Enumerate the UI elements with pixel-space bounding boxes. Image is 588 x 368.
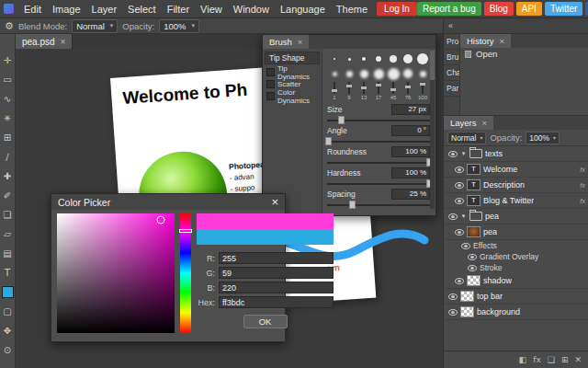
layer-row-top-bar[interactable]: top bar: [444, 289, 588, 305]
brush-tip-preset[interactable]: [415, 66, 430, 81]
brush-tip-preset[interactable]: [371, 66, 386, 81]
brush-tip-preset[interactable]: [401, 66, 415, 81]
color-field-input-r[interactable]: [219, 252, 334, 264]
brush-size-slider[interactable]: 9: [342, 82, 356, 100]
panel-tab-par[interactable]: Par: [444, 81, 459, 97]
visibility-eye-icon[interactable]: [448, 151, 458, 157]
panel-tab-cha[interactable]: Cha: [444, 65, 459, 81]
history-panel-tab[interactable]: History ×: [460, 34, 511, 48]
saturation-brightness-field[interactable]: [57, 213, 175, 333]
crop-tool[interactable]: ⊞: [0, 128, 16, 147]
brush-tip-preset[interactable]: [356, 66, 371, 81]
slider-value[interactable]: 27 px: [391, 104, 430, 115]
slider-track[interactable]: [327, 204, 430, 206]
menu-item-filter[interactable]: Filter: [162, 0, 195, 18]
login-button[interactable]: Log In: [377, 2, 417, 16]
slider-handle[interactable]: [325, 137, 332, 145]
menu-item-layer[interactable]: Layer: [86, 0, 123, 18]
type-tool[interactable]: T: [0, 263, 16, 282]
scrollbar-thumb[interactable]: [430, 51, 435, 80]
magic-wand-tool[interactable]: ✳: [0, 109, 16, 128]
hue-slider[interactable]: [180, 213, 191, 333]
brush-panel-tab[interactable]: Brush ×: [263, 35, 309, 49]
brush-tip-preset[interactable]: [327, 66, 342, 81]
brush-tip-preset[interactable]: [386, 66, 401, 81]
brush-size-slider[interactable]: 100: [415, 82, 430, 100]
brush-option-color-dynamics[interactable]: Color Dynamics: [263, 90, 322, 102]
visibility-eye-icon[interactable]: [455, 278, 464, 284]
color-field-input-hex[interactable]: [219, 296, 334, 308]
menu-item-theme[interactable]: Theme: [331, 0, 373, 18]
layer-row-stroke[interactable]: Stroke: [444, 262, 588, 273]
add-effect-icon[interactable]: fx: [533, 355, 541, 364]
slider-track[interactable]: [327, 162, 430, 164]
layer-row-blog-twitter[interactable]: TBlog & Twitterfx: [444, 193, 588, 209]
gear-icon[interactable]: ⚙: [5, 20, 14, 32]
brush-tip-preset[interactable]: [386, 52, 401, 66]
menu-item-image[interactable]: Image: [47, 0, 86, 18]
slider-handle[interactable]: [420, 83, 425, 86]
layer-row-description[interactable]: TDescriptionfx: [444, 178, 588, 193]
slider-value[interactable]: 25 %: [391, 189, 430, 200]
layer-row-welcome[interactable]: TWelcomefx: [444, 162, 588, 178]
slider-handle[interactable]: [349, 201, 356, 209]
clone-stamp-tool[interactable]: ❏: [0, 205, 16, 224]
visibility-eye-icon[interactable]: [455, 167, 464, 173]
shape-tool[interactable]: ▢: [0, 302, 16, 321]
collapse-panels-icon[interactable]: [448, 21, 453, 30]
eraser-tool[interactable]: ▱: [0, 224, 16, 244]
brush-size-slider[interactable]: 1: [327, 82, 342, 100]
slider-value[interactable]: 100 %: [391, 146, 430, 157]
slider-handle[interactable]: [376, 84, 381, 86]
new-layer-icon[interactable]: ⊞: [561, 355, 569, 364]
slider-handle[interactable]: [405, 86, 411, 88]
app-logo-icon[interactable]: [4, 4, 14, 14]
layer-opacity-select[interactable]: 100%: [526, 132, 560, 144]
document-tab[interactable]: pea.psd ×: [16, 34, 73, 49]
tip-shape-button[interactable]: Tip Shape: [265, 52, 320, 64]
layer-row-texts[interactable]: ▾texts: [444, 146, 588, 162]
brush-size-slider[interactable]: 45: [386, 82, 401, 100]
visibility-eye-icon[interactable]: [455, 198, 464, 204]
layer-row-effects[interactable]: Effects: [444, 240, 588, 251]
panel-tab-pro[interactable]: Pro: [444, 34, 459, 50]
lasso-tool[interactable]: ∿: [0, 89, 16, 109]
expand-caret-icon[interactable]: ▾: [460, 213, 467, 220]
layer-row-background[interactable]: background: [444, 305, 588, 320]
brush-size-slider[interactable]: 76: [401, 82, 415, 100]
layers-panel-tab[interactable]: Layers ×: [444, 116, 493, 130]
link-api[interactable]: API: [516, 2, 542, 16]
hand-tool[interactable]: ✥: [0, 321, 16, 340]
brush-size-slider[interactable]: 13: [356, 82, 371, 100]
layer-row-pea[interactable]: pea: [444, 224, 588, 240]
layer-row-pea[interactable]: ▾pea: [444, 209, 588, 224]
close-panel-icon[interactable]: ×: [500, 36, 505, 46]
new-color-swatch[interactable]: [197, 213, 334, 229]
move-tool[interactable]: ✛: [0, 51, 16, 70]
slider-track[interactable]: [327, 183, 430, 185]
menu-item-view[interactable]: View: [195, 0, 228, 18]
layer-row-shadow[interactable]: shadow: [444, 273, 588, 289]
ok-button[interactable]: OK: [243, 315, 288, 328]
slider-handle[interactable]: [361, 86, 367, 89]
slider-value[interactable]: 100 %: [391, 167, 430, 178]
slider-handle[interactable]: [338, 116, 345, 124]
close-panel-icon[interactable]: ×: [298, 37, 303, 47]
brush-tip-preset[interactable]: [356, 52, 371, 66]
healing-brush-tool[interactable]: ✚: [0, 167, 16, 186]
gradient-tool[interactable]: ▤: [0, 244, 16, 263]
brush-tip-preset[interactable]: [401, 52, 415, 66]
menu-item-language[interactable]: Language: [275, 0, 331, 18]
slider-handle[interactable]: [390, 88, 396, 91]
delete-layer-icon[interactable]: ✕: [574, 355, 582, 364]
marquee-select-tool[interactable]: ▭: [0, 70, 16, 89]
slider-handle[interactable]: [346, 85, 352, 87]
panel-scrollbar[interactable]: [430, 51, 435, 209]
brush-tip-preset[interactable]: [327, 52, 342, 66]
visibility-eye-icon[interactable]: [448, 309, 458, 316]
slider-track[interactable]: [327, 120, 430, 121]
menu-item-window[interactable]: Window: [228, 0, 275, 18]
opacity-select[interactable]: 100%: [159, 19, 199, 33]
brush-option-tip-dynamics[interactable]: Tip Dynamics: [263, 66, 322, 78]
visibility-eye-icon[interactable]: [448, 293, 458, 300]
